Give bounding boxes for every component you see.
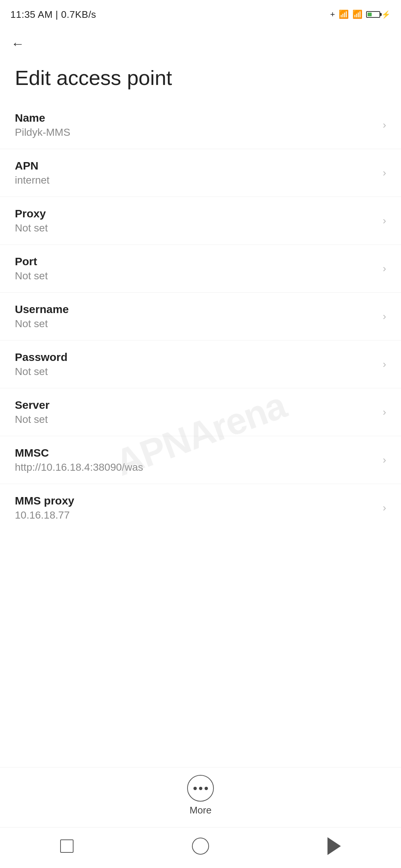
page-title: Edit access point (15, 66, 172, 89)
back-button[interactable]: ← (7, 33, 28, 54)
settings-value-mmsc: http://10.16.18.4:38090/was (15, 461, 377, 473)
settings-label-proxy: Proxy (15, 207, 377, 220)
status-icons: + 📶 📶 ⚡ (330, 10, 391, 19)
bluetooth-icon: + (330, 10, 335, 19)
settings-label-server: Server (15, 399, 377, 411)
battery-fill (368, 13, 372, 16)
settings-value-username: Not set (15, 318, 377, 330)
chevron-right-icon-password: › (383, 358, 386, 370)
settings-item-server[interactable]: Server Not set › (0, 388, 401, 436)
battery-box (366, 11, 380, 18)
settings-list: Name Pildyk-MMS › APN internet › Proxy N… (0, 101, 401, 767)
settings-label-password: Password (15, 351, 377, 364)
nav-recents-button[interactable] (52, 835, 82, 857)
status-time: 11:35 AM | 0.7KB/s (10, 9, 96, 20)
chevron-right-icon-apn: › (383, 167, 386, 179)
chevron-right-icon-username: › (383, 310, 386, 322)
settings-item-proxy[interactable]: Proxy Not set › (0, 197, 401, 245)
status-bar: 11:35 AM | 0.7KB/s + 📶 📶 ⚡ (0, 0, 401, 26)
settings-item-username[interactable]: Username Not set › (0, 293, 401, 341)
signal-icons: 📶 (339, 10, 349, 19)
settings-item-username-content: Username Not set (15, 303, 377, 330)
settings-item-mmsc[interactable]: MMSC http://10.16.18.4:38090/was › (0, 436, 401, 484)
wifi-icon: 📶 (352, 10, 362, 19)
more-dot-2 (199, 787, 202, 790)
settings-label-name: Name (15, 112, 377, 124)
settings-value-port: Not set (15, 270, 377, 282)
settings-item-password[interactable]: Password Not set › (0, 341, 401, 388)
nav-back-button[interactable] (319, 835, 349, 857)
settings-item-name[interactable]: Name Pildyk-MMS › (0, 101, 401, 149)
back-icon (327, 837, 341, 855)
settings-item-name-content: Name Pildyk-MMS (15, 112, 377, 138)
back-arrow-icon: ← (11, 36, 25, 52)
settings-item-server-content: Server Not set (15, 399, 377, 425)
more-section: More (0, 767, 401, 827)
settings-item-apn[interactable]: APN internet › (0, 149, 401, 197)
settings-label-username: Username (15, 303, 377, 316)
battery: ⚡ (366, 10, 391, 19)
nav-bar (0, 827, 401, 868)
settings-value-server: Not set (15, 414, 377, 425)
settings-item-mms-proxy[interactable]: MMS proxy 10.16.18.77 › (0, 484, 401, 532)
settings-item-port[interactable]: Port Not set › (0, 245, 401, 293)
home-icon (192, 838, 209, 855)
settings-item-proxy-content: Proxy Not set (15, 207, 377, 234)
settings-label-mms-proxy: MMS proxy (15, 494, 377, 507)
chevron-right-icon-port: › (383, 263, 386, 274)
settings-value-proxy: Not set (15, 222, 377, 234)
page-title-section: Edit access point (0, 58, 401, 101)
bolt-icon: ⚡ (381, 10, 391, 19)
settings-label-port: Port (15, 255, 377, 268)
chevron-right-icon-proxy: › (383, 215, 386, 227)
chevron-right-icon-mmsc: › (383, 454, 386, 466)
chevron-right-icon-mms-proxy: › (383, 502, 386, 514)
recents-icon (60, 839, 74, 853)
more-dots-icon (193, 787, 208, 790)
settings-value-password: Not set (15, 366, 377, 378)
more-button[interactable] (187, 775, 214, 802)
settings-value-apn: internet (15, 174, 377, 186)
settings-item-apn-content: APN internet (15, 160, 377, 186)
settings-item-mmsc-content: MMSC http://10.16.18.4:38090/was (15, 447, 377, 473)
settings-label-mmsc: MMSC (15, 447, 377, 459)
toolbar: ← (0, 26, 401, 58)
settings-item-mms-proxy-content: MMS proxy 10.16.18.77 (15, 494, 377, 521)
chevron-right-icon-server: › (383, 406, 386, 418)
settings-value-mms-proxy: 10.16.18.77 (15, 509, 377, 521)
more-dot-1 (193, 787, 197, 790)
settings-label-apn: APN (15, 160, 377, 172)
settings-item-port-content: Port Not set (15, 255, 377, 282)
chevron-right-icon-name: › (383, 119, 386, 131)
more-dot-3 (205, 787, 208, 790)
more-label: More (189, 805, 211, 816)
settings-value-name: Pildyk-MMS (15, 126, 377, 138)
nav-home-button[interactable] (186, 835, 215, 857)
settings-item-password-content: Password Not set (15, 351, 377, 378)
